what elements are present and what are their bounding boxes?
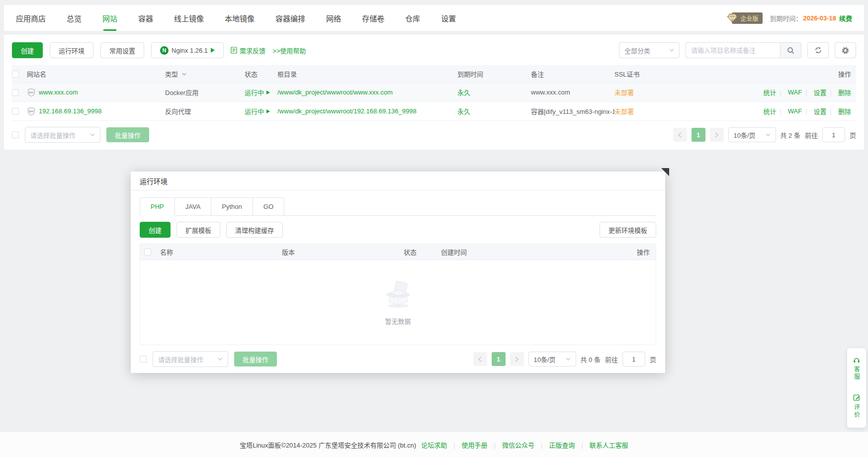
runtime-env-modal: 运行环境 PHP JAVA Python GO 创建 扩展模板 清理构建缓存 更… — [131, 172, 665, 373]
delete-link[interactable]: 删除 — [838, 106, 851, 116]
review-button[interactable]: 评价 — [853, 394, 861, 419]
batch-apply-button[interactable]: 批量操作 — [106, 127, 149, 142]
page-size-select[interactable]: 10条/页 — [728, 127, 776, 142]
settings-link[interactable]: 设置 — [814, 106, 835, 116]
footer-link-manual[interactable]: 使用手册 — [447, 440, 487, 450]
batch-select-all-checkbox[interactable] — [12, 131, 19, 138]
ssl-status-link[interactable]: 未部署 — [614, 88, 634, 97]
col-root: 根目录 — [277, 69, 457, 79]
settings-link[interactable]: 设置 — [814, 88, 835, 97]
mcol-status: 状态 — [404, 247, 441, 257]
modal-prev-page-button[interactable] — [473, 352, 487, 366]
chevron-left-icon — [678, 132, 682, 138]
running-play-icon — [266, 91, 270, 94]
nav-item-app-store[interactable]: 应用商店 — [16, 5, 46, 31]
site-root-link[interactable]: /www/dk_project/wwwroot/www.xxx.com — [277, 89, 393, 96]
create-site-button[interactable]: 创建 — [12, 42, 43, 58]
modal-batch-select[interactable]: 请选择批量操作 — [153, 351, 228, 367]
site-name-link[interactable]: 192.168.69.136_9998 — [39, 107, 102, 115]
clean-build-cache-button[interactable]: 清理构建缓存 — [226, 222, 283, 238]
customer-service-button[interactable]: 客服 — [853, 356, 861, 381]
renew-link[interactable]: 续费 — [839, 13, 852, 23]
ssl-status-link[interactable]: 未部署 — [614, 106, 634, 116]
category-select[interactable]: 全部分类 — [619, 42, 680, 58]
feedback-link[interactable]: 需求反馈 — [231, 46, 265, 55]
site-expire: 永久 — [457, 88, 531, 97]
modal-page-size-select[interactable]: 10条/页 — [528, 352, 576, 366]
footer-link-wechat[interactable]: 微信公众号 — [488, 440, 534, 450]
table-header-row: 网站名 类型 状态 根目录 到期时间 备注 SSL证书 操作 — [12, 65, 856, 83]
modal-batch-checkbox[interactable] — [140, 356, 147, 363]
update-env-template-button[interactable]: 更新环境模板 — [600, 222, 656, 238]
tab-go[interactable]: GO — [253, 197, 284, 215]
modal-page-number-button[interactable]: 1 — [492, 352, 506, 366]
tab-php[interactable]: PHP — [140, 197, 174, 216]
modal-select-all-checkbox[interactable] — [144, 249, 151, 256]
row-checkbox[interactable] — [12, 89, 19, 96]
page-footer: 宝塔Linux面板©2014-2025 广东堡塔安全技术有限公司 (bt.cn)… — [0, 432, 868, 457]
common-settings-button[interactable]: 常用设置 — [100, 42, 144, 58]
site-expire: 永久 — [457, 106, 531, 116]
stats-link[interactable]: 统计 — [763, 88, 784, 97]
site-status[interactable]: 运行中 — [245, 88, 270, 97]
website-list-card: 创建 运行环境 常用设置 N Nginx 1.26.1 需求反馈 >>使用帮助 … — [4, 35, 864, 150]
goto-page-input[interactable] — [822, 127, 845, 142]
edition-badge[interactable]: 企业版 — [726, 12, 763, 24]
nav-item-volumes[interactable]: 存储卷 — [362, 5, 384, 31]
select-all-checkbox[interactable] — [12, 71, 19, 78]
chevron-down-icon — [669, 49, 674, 52]
modal-next-page-button[interactable] — [510, 352, 524, 366]
nav-item-overview[interactable]: 总览 — [67, 5, 82, 31]
stats-link[interactable]: 统计 — [763, 106, 784, 116]
copyright-text: 宝塔Linux面板©2014-2025 广东堡塔安全技术有限公司 (bt.cn) — [240, 440, 416, 450]
row-checkbox[interactable] — [12, 108, 19, 115]
nav-item-online-images[interactable]: 线上镜像 — [174, 5, 204, 31]
svg-text:WAF: WAF — [29, 110, 34, 112]
modal-goto-page-input[interactable] — [622, 352, 645, 366]
float-widget: 客服 评价 — [847, 348, 866, 428]
modal-fullscreen-corner[interactable] — [661, 168, 669, 176]
waf-link[interactable]: WAF — [788, 107, 811, 115]
site-status[interactable]: 运行中 — [245, 106, 270, 116]
nginx-version-button[interactable]: N Nginx 1.26.1 — [151, 42, 224, 58]
search-button[interactable] — [780, 42, 801, 58]
modal-create-button[interactable]: 创建 — [140, 222, 171, 238]
mcol-name: 名称 — [160, 247, 282, 257]
nav-item-website[interactable]: 网站 — [102, 5, 117, 31]
page-number-button[interactable]: 1 — [692, 128, 705, 142]
nav-item-repository[interactable]: 仓库 — [405, 5, 420, 31]
running-play-icon — [266, 109, 270, 113]
nav-item-local-images[interactable]: 本地镜像 — [225, 5, 255, 31]
delete-link[interactable]: 删除 — [838, 88, 851, 97]
panel-settings-button[interactable] — [835, 42, 856, 58]
footer-link-license-check[interactable]: 正版查询 — [534, 440, 575, 450]
tab-python[interactable]: Python — [211, 197, 252, 215]
runtime-tabs: PHP JAVA Python GO — [140, 197, 656, 216]
nginx-version-label: Nginx 1.26.1 — [172, 47, 208, 54]
nav-item-container[interactable]: 容器 — [138, 5, 153, 31]
nav-item-network[interactable]: 网络 — [326, 5, 341, 31]
nav-item-orchestration[interactable]: 容器编排 — [275, 5, 305, 31]
runtime-env-button[interactable]: 运行环境 — [50, 42, 93, 58]
gear-icon — [841, 46, 850, 55]
next-page-button[interactable] — [710, 128, 724, 142]
site-root-link[interactable]: /www/dk_project/wwwroot/192.168.69.136_9… — [277, 107, 417, 115]
runtime-table-header: 名称 版本 状态 创建时间 操作 — [140, 244, 656, 260]
refresh-button[interactable] — [807, 42, 829, 58]
nav-item-settings[interactable]: 设置 — [441, 5, 456, 31]
site-name-link[interactable]: www.xxx.com — [39, 89, 78, 96]
col-type[interactable]: 类型 — [165, 69, 245, 79]
tab-java[interactable]: JAVA — [174, 197, 211, 215]
modal-batch-apply-button[interactable]: 批量操作 — [234, 352, 277, 366]
help-link[interactable]: >>使用帮助 — [272, 46, 306, 55]
extend-template-button[interactable]: 扩展模板 — [176, 222, 220, 238]
pagination: 1 10条/页 共 2 条 前往 页 — [673, 127, 857, 142]
search-group — [686, 42, 801, 58]
waf-link[interactable]: WAF — [788, 89, 811, 96]
footer-link-forum[interactable]: 论坛求助 — [421, 440, 447, 450]
search-input[interactable] — [686, 42, 780, 58]
col-expire: 到期时间 — [457, 69, 531, 79]
batch-action-select[interactable]: 请选择批量操作 — [25, 127, 100, 143]
footer-link-support[interactable]: 联系人工客服 — [575, 440, 628, 450]
prev-page-button[interactable] — [673, 128, 687, 142]
